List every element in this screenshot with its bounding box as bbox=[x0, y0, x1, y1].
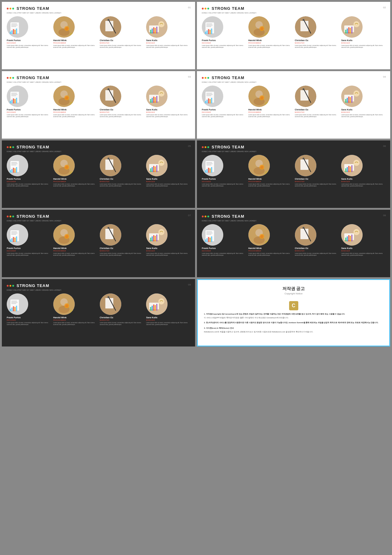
svg-rect-171 bbox=[16, 236, 17, 242]
svg-point-188 bbox=[158, 229, 164, 235]
team-row: Frank Furios DESIGNER Lorem ipsum dolor … bbox=[7, 16, 190, 49]
avatar bbox=[7, 155, 28, 176]
team-member: Frank Furios DESIGNER Lorem ipsum dolor … bbox=[202, 224, 246, 257]
team-member: Sara Kulls MANAGER Lorem ipsum dolor sit… bbox=[146, 16, 190, 49]
team-member: Sara Kulls MANAGER Lorem ipsum dolor sit… bbox=[341, 16, 385, 49]
member-name: Sara Kulls bbox=[146, 108, 157, 111]
team-member: Christian Oz MARKETER Lorem ipsum dolor … bbox=[100, 86, 144, 118]
svg-rect-59 bbox=[10, 101, 11, 103]
team-member: Sara Kulls MANAGER Lorem ipsum dolor sit… bbox=[146, 224, 190, 257]
member-name: Harold Wink bbox=[248, 39, 262, 42]
team-row: Frank Furios DESIGNER Lorem ipsum dolor … bbox=[202, 224, 385, 257]
slide-3: STRONG TEAM DONEC VOLUTPAT NIBH SIT AMET… bbox=[2, 71, 195, 139]
svg-rect-21 bbox=[150, 30, 151, 33]
svg-rect-30 bbox=[206, 25, 213, 25]
member-desc: Lorem ipsum dolor sit amet, consectetur … bbox=[100, 45, 144, 49]
svg-rect-156 bbox=[345, 168, 346, 172]
svg-rect-117 bbox=[16, 167, 17, 173]
svg-rect-183 bbox=[150, 238, 151, 241]
svg-rect-105 bbox=[350, 97, 351, 103]
team-member: Sara Kulls MANAGER Lorem ipsum dolor sit… bbox=[341, 155, 385, 187]
svg-point-80 bbox=[158, 90, 164, 97]
svg-rect-86 bbox=[205, 101, 206, 103]
slide-subtitle: DONEC VOLUTPAT NIBH SIT AMET LIBERO ORNA… bbox=[7, 12, 190, 14]
member-role: MARKETER bbox=[295, 42, 305, 44]
member-name: Harold Wink bbox=[53, 39, 67, 42]
slide-subtitle: DONEC VOLUTPAT NIBH SIT AMET LIBERO ORNA… bbox=[7, 220, 190, 222]
avatar bbox=[100, 224, 121, 246]
svg-point-207 bbox=[303, 227, 304, 229]
svg-rect-168 bbox=[11, 238, 13, 242]
svg-rect-106 bbox=[351, 96, 352, 103]
member-role: MARKETER bbox=[100, 250, 110, 252]
svg-rect-196 bbox=[208, 237, 209, 242]
member-desc: Lorem ipsum dolor sit amet, consectetur … bbox=[7, 253, 51, 257]
member-name: Christian Oz bbox=[295, 39, 308, 42]
slide-subtitle: DONEC VOLUTPAT NIBH SIT AMET LIBERO ORNA… bbox=[7, 289, 190, 291]
svg-point-14 bbox=[65, 27, 68, 30]
team-member: Christian Oz MARKETER Lorem ipsum dolor … bbox=[100, 293, 144, 326]
green-dot bbox=[12, 146, 14, 148]
slide-subtitle: DONEC VOLUTPAT NIBH SIT AMET LIBERO ORNA… bbox=[202, 151, 385, 152]
member-role: MARKETER bbox=[295, 111, 305, 113]
slide-header: STRONG TEAM bbox=[7, 214, 190, 219]
member-role: PROGRAMMER bbox=[53, 250, 66, 252]
member-name: Frank Furios bbox=[202, 108, 216, 111]
svg-rect-49 bbox=[347, 29, 348, 33]
member-role: MARKETER bbox=[100, 181, 110, 182]
svg-rect-85 bbox=[206, 95, 211, 96]
svg-rect-102 bbox=[345, 99, 346, 103]
traffic-lights bbox=[7, 216, 14, 217]
member-role: DESIGNER bbox=[7, 111, 16, 113]
member-desc: Lorem ipsum dolor sit amet, consectetur … bbox=[7, 45, 51, 49]
member-role: PROGRAMMER bbox=[248, 42, 261, 44]
copyright-section-title: 3. 아이콘(icon) & 벡터(Vector) 안내 bbox=[204, 327, 383, 330]
team-member: Sara Kulls MANAGER Lorem ipsum dolor sit… bbox=[146, 293, 190, 326]
member-desc: Lorem ipsum dolor sit amet, consectetur … bbox=[100, 183, 144, 187]
green-dot bbox=[12, 77, 14, 79]
member-name: Christian Oz bbox=[295, 178, 308, 180]
svg-point-230 bbox=[65, 304, 68, 307]
svg-point-215 bbox=[353, 229, 360, 235]
svg-point-72 bbox=[107, 88, 109, 90]
traffic-lights bbox=[7, 146, 14, 148]
member-name: Frank Furios bbox=[7, 316, 21, 319]
c-badge: C bbox=[265, 102, 270, 107]
team-member: C Harold Wink PROGRAMMER Lorem ipsum dol… bbox=[53, 293, 97, 326]
team-member: Frank Furios DESIGNER Lorem ipsum dolor … bbox=[7, 224, 51, 257]
svg-rect-36 bbox=[211, 29, 212, 34]
red-dot bbox=[7, 8, 9, 10]
member-desc: Lorem ipsum dolor sit amet, consectetur … bbox=[100, 114, 144, 118]
slide-6: STRONG TEAM DONEC VOLUTPAT NIBH SIT AMET… bbox=[197, 140, 390, 208]
slide-number: 01 bbox=[188, 6, 191, 9]
member-desc: Lorem ipsum dolor sit amet, consectetur … bbox=[341, 253, 385, 257]
avatar bbox=[100, 16, 121, 38]
svg-rect-104 bbox=[348, 97, 349, 103]
green-dot bbox=[12, 216, 14, 217]
member-role: DESIGNER bbox=[202, 181, 211, 182]
avatar bbox=[146, 155, 168, 176]
svg-rect-23 bbox=[153, 27, 154, 33]
avatar: C bbox=[248, 155, 270, 176]
team-member: Christian Oz MARKETER Lorem ipsum dolor … bbox=[100, 155, 144, 187]
member-name: Harold Wink bbox=[53, 247, 67, 250]
team-member: C Harold Wink PROGRAMMER Lorem ipsum dol… bbox=[248, 155, 292, 187]
member-name: Frank Furios bbox=[7, 39, 21, 42]
avatar bbox=[7, 16, 28, 38]
team-member: Sara Kulls MANAGER Lorem ipsum dolor sit… bbox=[341, 224, 385, 257]
svg-rect-193 bbox=[206, 234, 211, 235]
member-name: Sara Kulls bbox=[146, 178, 157, 180]
c-badge: C bbox=[70, 33, 75, 38]
slide-title: STRONG TEAM bbox=[212, 6, 244, 11]
member-desc: Lorem ipsum dolor sit amet, consectetur … bbox=[146, 183, 190, 187]
svg-rect-56 bbox=[11, 93, 17, 94]
yellow-dot bbox=[9, 77, 11, 79]
svg-rect-166 bbox=[11, 234, 16, 235]
svg-rect-63 bbox=[16, 98, 17, 103]
team-row: Frank Furios DESIGNER Lorem ipsum dolor … bbox=[7, 155, 190, 187]
slide-9: STRONG TEAM DONEC VOLUTPAT NIBH SIT AMET… bbox=[2, 279, 195, 346]
team-member: Christian Oz MARKETER Lorem ipsum dolor … bbox=[100, 224, 144, 257]
avatar bbox=[100, 86, 121, 107]
svg-rect-197 bbox=[209, 238, 211, 242]
svg-rect-24 bbox=[155, 28, 156, 33]
